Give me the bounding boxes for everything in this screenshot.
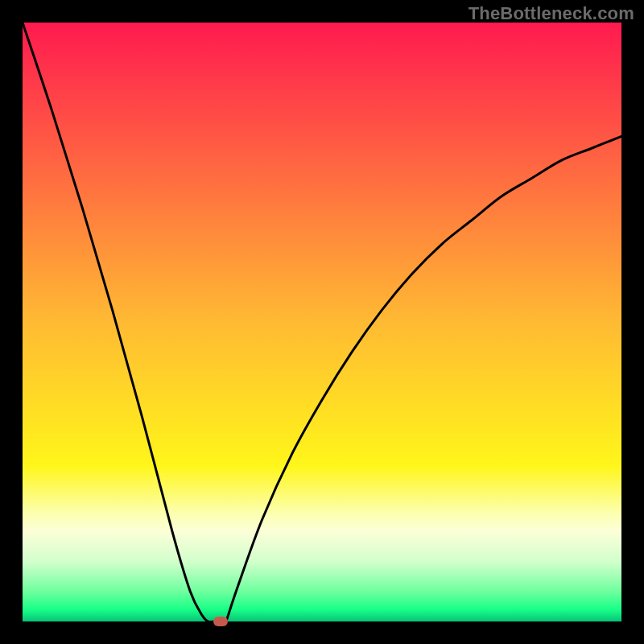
watermark-text: TheBottleneck.com bbox=[469, 3, 634, 24]
bottleneck-curve bbox=[23, 23, 621, 621]
optimal-point-marker bbox=[213, 617, 228, 626]
chart-frame bbox=[23, 23, 621, 621]
